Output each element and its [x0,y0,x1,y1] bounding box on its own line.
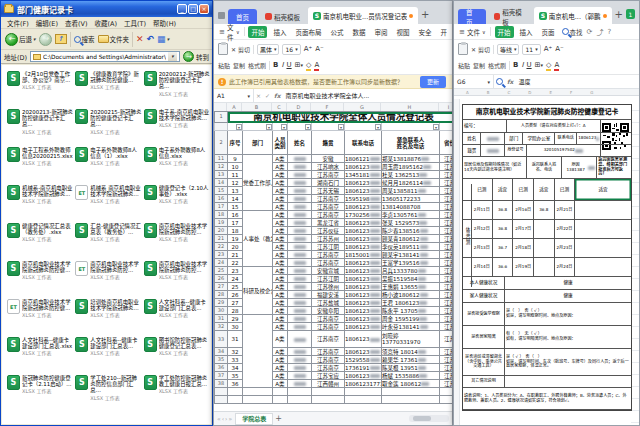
tab-document[interactable]: S 南京机电...（郭鹏） [534,7,612,24]
file-item[interactable]: S图书馆防控新冠肺炎健康登记汇总表...XLSX 工作表 [143,335,211,373]
cut-button[interactable]: ✕ 剪切 [231,45,250,54]
search-icon[interactable] [494,78,505,86]
font-select[interactable]: 黑体▾ [257,44,280,55]
filter-dropdown-icon[interactable]: ▾ [375,124,381,130]
file-item[interactable]: ET南京机电职业技术学院新冠肺炎防控健...XLSX 工作表 [6,297,74,335]
menu-item-1[interactable]: 编辑(E) [33,18,61,28]
file-item[interactable]: S电子系外聘教师8人信息.xlsxXLSX 工作表 [143,145,211,183]
table-row[interactable]: 3129A类江苏南京1806123周金 1595199江苏 [215,315,453,323]
sync-icon[interactable]: ⟳ [587,28,593,36]
undo-button[interactable]: ↶ [147,34,155,44]
col-letter-F[interactable]: F [311,103,344,111]
borders-button[interactable]: ⊞▾ [535,61,543,69]
file-item[interactable]: S学工处210--新冠肺炎防控信息部门汇总...XLSX 工作表 [74,373,142,411]
italic-button[interactable]: I [281,61,283,69]
ribbon-tab-视图[interactable]: 视图 [393,26,412,38]
selected-cell[interactable]: 适宜 [575,179,631,200]
copy-button[interactable]: 复制 [473,61,485,70]
decrease-font-button[interactable]: A⁻ [315,45,323,53]
formula-value[interactable]: 南京机电职业技术学院全体人... [283,91,452,100]
explorer-title-bar[interactable]: 部门健康记录卡 _ □ × [1,1,212,17]
workspace-badge[interactable]: 1 [626,9,635,19]
cut-button[interactable]: ✕ 剪切 [471,45,490,54]
col-letter-G[interactable]: G [344,103,381,111]
folders-button[interactable]: 文件夹 [98,34,130,44]
tab-document[interactable]: S 南京机电职业...员情况登记表 [308,7,418,24]
table-row[interactable]: 1816人事处（教发）A类江苏南京1730256李贞1305761江苏 [215,211,453,219]
file-item[interactable]: S培训处南京机电职业技术学院新冠肺炎...XLSX 工作表 [74,297,142,335]
sheet-title-cell[interactable]: 南京机电职业技术学院全体人员情况登记表 [228,112,453,123]
paste-button[interactable]: 粘贴 [218,61,230,70]
italic-button[interactable]: I [521,61,523,69]
format-painter-button[interactable]: 格式刷 [488,61,506,70]
file-item[interactable]: S健康登记情况汇总表（教务处）.xlsxXLSX 工作表 [6,221,74,259]
file-item[interactable]: S人文社科系--健康卡建设部门汇总表.xlsxXLSX 工作表 [6,335,74,373]
sheet-nav-buttons[interactable]: «‹›» [217,415,233,422]
col-letter-B[interactable]: B [242,103,272,111]
ribbon-tab-插入[interactable]: 插入 [517,26,536,38]
bold-button[interactable]: B [273,61,278,69]
copy-button[interactable]: 复制 [233,61,245,70]
fill-color-button[interactable]: ◇ [546,61,551,70]
ribbon-tab-公式[interactable]: 公式 [327,26,346,38]
menu-item-3[interactable]: 收藏(A) [92,18,121,28]
file-item[interactable]: S电子系-南京机电职业技术学院新冠肺炎...XLSX 工作表 [143,107,211,145]
fx-icon[interactable]: fx [272,92,282,99]
tab-templates[interactable]: 稻壳模板 [260,9,305,24]
paste-button[interactable]: 粘贴 [458,61,470,70]
col-letter-H[interactable]: H [381,103,439,111]
help-button[interactable]: ? [607,28,611,36]
table-row[interactable]: 2523科研及校企合作处A类安徽宣城1806123吕兵1333780江苏 [215,267,453,275]
increase-font-button[interactable]: A⁺ [304,45,312,53]
font-size-select[interactable]: 11▾ [522,44,540,55]
file-item[interactable]: ET南京机电职业技术学院新冠肺炎防控...XLSX 工作表 [74,259,142,297]
ribbon-tab-开始[interactable]: 开始 [248,26,267,38]
menu-item-2[interactable]: 查看(V) [62,18,91,28]
address-dropdown[interactable]: ▾ [168,52,177,61]
col-letter-A[interactable]: A [227,103,242,111]
menu-item-0[interactable]: 文件(F) [4,18,32,28]
find-button[interactable]: 查找 [562,27,583,37]
tab-templates[interactable]: 稻壳模板 [489,9,531,24]
forward-button[interactable]: → [39,33,52,46]
file-menu-button[interactable]: ≡文件∨ [219,22,240,42]
file-item[interactable]: S南京机电职业技术学院新冠肺炎防控...XLSX 工作表 [143,221,211,259]
borders-button[interactable]: ⊞▾ [295,61,303,69]
file-item[interactable]: S南京机电职业技术学院新冠肺炎防控...XLSX 工作表 [143,259,211,297]
tab-home[interactable]: 首页 [458,9,486,24]
decrease-font-button[interactable]: A⁻ [555,45,563,53]
file-item[interactable]: S学工处防控新冠肺炎教工健康日报汇总...XLSX 工作表 [143,373,211,411]
formula-value[interactable]: 温度 [515,77,639,86]
file-item[interactable]: S新冠肺炎防控健康登记卡（2.11启动）...XLSX 工作表 [6,373,74,411]
file-item[interactable]: S20200213-新冠肺炎防控健康登记卡汇总...XLSX 工作表 [6,107,74,145]
fx-icon[interactable]: fx [505,78,515,85]
views-button[interactable]: ▦▾ [157,34,169,44]
file-item[interactable]: S人文社科系--健康卡建设部门汇总表...XLSX 工作表 [74,335,142,373]
file-item[interactable]: S汇总-健康登记情况汇总表（教务处）...XLSX 工作表 [74,221,142,259]
up-button[interactable]: ↑ [55,34,67,44]
cancel-icon[interactable]: × [254,92,263,99]
filter-dropdown-icon[interactable]: ▾ [281,124,287,130]
font-color-button[interactable]: A [314,61,319,70]
ribbon-tab-数据[interactable]: 数据 [349,26,368,38]
new-tab-button[interactable]: + [421,9,429,20]
name-box[interactable]: G6▾ [454,75,494,88]
name-box[interactable]: A1▾ [214,89,254,102]
ribbon-tab-页面布局[interactable]: 页面布局 [292,26,324,38]
file-item[interactable]: S电子工程系外聘教师信息20200215.xlsxXLSX 工作表 [6,145,74,183]
file-item[interactable]: S机械系-南京机电职业技术学院新冠肺炎...XLSX 工作表 [6,183,74,221]
back-button[interactable]: ←后退▾ [5,33,36,46]
ribbon-tab-插入[interactable]: 插入 [270,26,289,38]
file-item[interactable]: S《健康教育学院》新冠肺炎防控健康...XLSX 工作表 [74,69,142,107]
ribbon-tab-开始[interactable]: 开始 [495,26,514,38]
underline-button[interactable]: U [286,61,291,69]
ribbon-tab-审阅[interactable]: 审阅 [371,26,390,38]
file-item[interactable]: S电子系外聘教师8人信息（1）.xlsxXLSX 工作表 [74,145,142,183]
filter-dropdown-icon[interactable]: ▾ [236,124,242,130]
file-item[interactable]: S南京机电职业技术学院新冠肺炎防控健...XLSX 工作表 [6,259,74,297]
file-item[interactable]: S人文社科系--健康卡建设部门汇总表...XLSX 工作表 [143,297,211,335]
sheet-tab-active[interactable]: 学院总表 [235,413,273,425]
file-item[interactable]: S20200212-新冠肺炎防控健康登记卡汇总...XLSX 工作表 [143,69,211,107]
menu-item-5[interactable]: 帮助(H) [150,18,179,28]
format-painter-button[interactable]: 格式刷 [248,61,266,70]
